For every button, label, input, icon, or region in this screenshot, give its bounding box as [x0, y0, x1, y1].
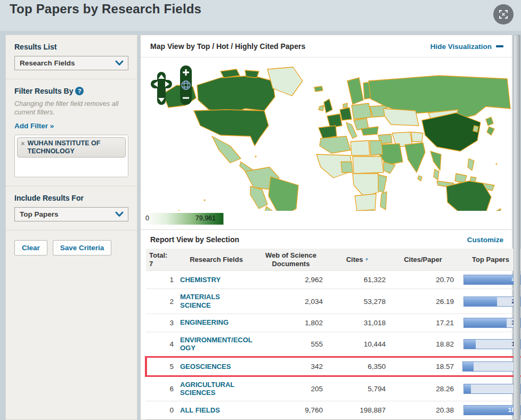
cites-per-paper-cell: 18.57 — [389, 357, 457, 376]
total-header: Total:7 — [146, 249, 177, 271]
docs-cell: 555 — [256, 332, 326, 357]
hide-visualization-link[interactable]: Hide Visualization — [430, 43, 503, 51]
cites-per-paper-cell: 17.21 — [389, 314, 457, 332]
docs-cell: 1,802 — [256, 314, 326, 332]
table-row: 6AGRICULTURAL SCIENCES2055,79428.266 — [146, 376, 521, 401]
vertical-scrollbar[interactable] — [514, 35, 520, 420]
research-fields-header[interactable]: Research Fields — [177, 249, 256, 271]
report-table: Total:7 Research Fields Web of Science D… — [145, 249, 521, 419]
filter-heading: Filter Results By? — [14, 87, 128, 95]
cites-per-paper-cell: 28.26 — [389, 376, 457, 401]
docs-cell: 2,962 — [256, 271, 326, 289]
table-row: 2MATERIALS SCIENCE2,03453,27826.1928 — [146, 289, 521, 314]
top-papers-cell: 28 — [457, 289, 521, 314]
table-header-row: Total:7 Research Fields Web of Science D… — [146, 249, 521, 271]
top-papers-header[interactable]: Top Papers — [457, 249, 521, 271]
field-cell: ENGINEERING — [177, 314, 256, 332]
include-results-selected-value: Top Papers — [20, 210, 59, 218]
results-list-section: Results List Research Fields — [6, 35, 137, 79]
legend-gradient-bar: 0 79,961 — [144, 213, 224, 225]
results-list-heading: Results List — [14, 43, 128, 51]
top-papers-cell: 185 — [457, 401, 521, 419]
map-controls — [150, 62, 197, 108]
results-list-selected-value: Research Fields — [20, 59, 75, 67]
page-title: Top Papers by Research Fields — [10, 2, 201, 17]
content-area: Results List Research Fields Filter Resu… — [5, 35, 512, 420]
rank-cell: 6 — [146, 376, 177, 401]
map-pan-control[interactable] — [150, 71, 173, 105]
table-row: 0ALL FIELDS9,760198,88720.38185 — [146, 401, 521, 419]
cites-cell: 61,322 — [326, 271, 389, 289]
map-legend: 0 79,961 — [141, 211, 512, 229]
include-results-dropdown[interactable]: Top Papers — [14, 207, 128, 221]
cites-per-paper-cell: 26.19 — [389, 289, 457, 314]
cites-cell: 31,018 — [326, 314, 389, 332]
wos-documents-header[interactable]: Web of Science Documents — [256, 249, 326, 271]
top-papers-cell: 10 — [457, 332, 521, 357]
report-view-title: Report View by Selection — [150, 235, 239, 244]
cites-header-sorted[interactable]: Cites▼ — [326, 249, 389, 271]
chevron-down-icon — [115, 60, 124, 66]
rank-cell: 4 — [146, 332, 177, 357]
field-link[interactable]: AGRICULTURAL SCIENCES — [180, 381, 253, 397]
include-results-section: Include Results For Top Papers — [6, 186, 137, 230]
filter-note: Changing the filter field removes all cu… — [14, 100, 128, 117]
chevron-down-icon — [115, 211, 124, 217]
remove-filter-icon[interactable]: × — [21, 139, 25, 147]
customize-link[interactable]: Customize — [467, 236, 503, 244]
table-row: 5GEOSCIENCES3426,35018.579 — [146, 357, 521, 376]
results-list-dropdown[interactable]: Research Fields — [14, 56, 128, 70]
rank-cell: 5 — [146, 357, 177, 376]
add-filter-link[interactable]: Add Filter » — [14, 122, 54, 130]
field-cell: ALL FIELDS — [177, 401, 256, 419]
cites-cell: 198,887 — [326, 401, 389, 419]
cites-cell: 53,278 — [326, 289, 389, 314]
docs-cell: 342 — [256, 357, 326, 376]
top-papers-cell: 6 — [457, 376, 521, 401]
top-papers-bar: 9 — [462, 361, 520, 372]
rank-cell: 0 — [146, 401, 177, 419]
legend-max-value: 79,961 — [196, 215, 216, 222]
top-papers-bar: 10 — [463, 339, 521, 349]
top-papers-bar: 185 — [463, 405, 521, 415]
cites-per-paper-header[interactable]: Cites/Paper — [389, 249, 457, 271]
report-view-header: Report View by Selection Customize — [141, 229, 512, 249]
legend-min-value: 0 — [145, 215, 149, 222]
rank-cell: 3 — [146, 314, 177, 332]
field-link[interactable]: CHEMISTRY — [180, 276, 221, 284]
cites-per-paper-cell: 20.38 — [389, 401, 457, 419]
help-icon[interactable]: ? — [75, 87, 84, 95]
top-papers-bar: 28 — [463, 297, 521, 307]
field-link[interactable]: GEOSCIENCES — [180, 363, 231, 371]
field-link[interactable]: ENGINEERING — [180, 318, 229, 327]
top-papers-cell: 48 — [457, 271, 521, 289]
main-panel: Map View by Top / Hot / Highly Cited Pap… — [140, 35, 512, 420]
field-cell: MATERIALS SCIENCE — [177, 289, 256, 314]
report-table-body: 1CHEMISTRY2,96261,32220.70482MATERIALS S… — [146, 271, 521, 419]
field-link[interactable]: ALL FIELDS — [180, 406, 220, 415]
fullscreen-button[interactable] — [493, 4, 514, 24]
field-link[interactable]: ENVIRONMENT/ECOLOGY — [180, 336, 253, 352]
collapse-minus-icon — [496, 45, 503, 47]
field-link[interactable]: MATERIALS SCIENCE — [180, 293, 253, 309]
sidebar-actions: Clear Save Criteria — [6, 230, 137, 264]
active-filters-box: × WUHAN INSTITUTE OF TECHNOLOGY — [14, 135, 128, 177]
map-view-header: Map View by Top / Hot / Highly Cited Pap… — [141, 35, 512, 57]
table-row: 1CHEMISTRY2,96261,32220.7048 — [146, 271, 521, 289]
save-criteria-button[interactable]: Save Criteria — [53, 240, 112, 256]
field-cell: AGRICULTURAL SCIENCES — [177, 376, 256, 401]
field-cell: GEOSCIENCES — [177, 357, 256, 376]
clear-button[interactable]: Clear — [14, 240, 47, 256]
filter-section: Filter Results By? Changing the filter f… — [6, 79, 137, 186]
docs-cell: 9,760 — [256, 401, 326, 419]
map-zoom-control[interactable] — [175, 65, 197, 105]
cites-per-paper-cell: 20.70 — [389, 271, 457, 289]
top-papers-cell: 9 — [457, 357, 521, 376]
top-papers-bar: 36 — [463, 318, 521, 328]
top-papers-bar: 48 — [463, 275, 521, 285]
cites-cell: 6,350 — [326, 357, 389, 376]
docs-cell: 2,034 — [256, 289, 326, 314]
table-row: 4ENVIRONMENT/ECOLOGY55510,44418.8210 — [146, 332, 521, 357]
docs-cell: 205 — [256, 376, 326, 401]
top-papers-bar: 6 — [463, 384, 521, 394]
